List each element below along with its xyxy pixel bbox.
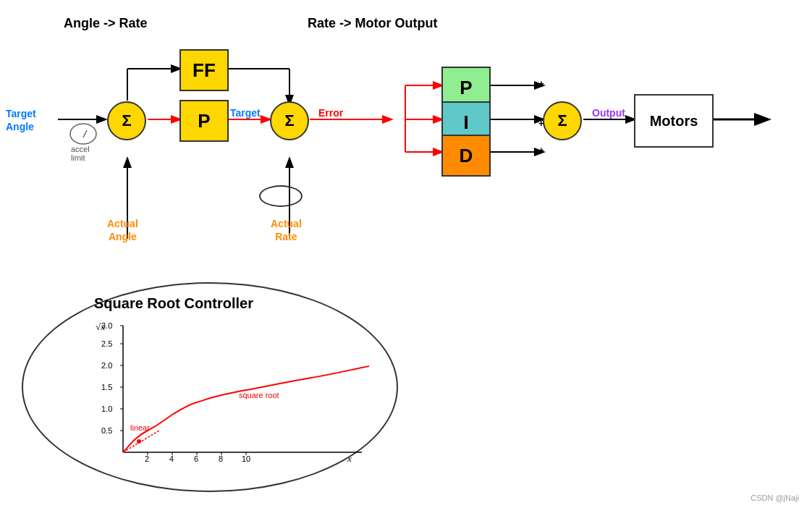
- p-label-1: P: [198, 110, 210, 132]
- plus-top: +: [538, 78, 544, 89]
- svg-point-20: [70, 124, 96, 144]
- sum-junction-1: Σ: [107, 101, 146, 140]
- i-label: I: [463, 111, 468, 134]
- actual-rate-label: ActualRate: [271, 217, 302, 243]
- d-label: D: [460, 145, 473, 167]
- svg-text:linear: linear: [130, 423, 150, 432]
- svg-line-21: [83, 130, 87, 137]
- p-label-2: P: [460, 77, 472, 99]
- svg-text:1.5: 1.5: [101, 383, 112, 391]
- sigma-2: Σ: [284, 111, 294, 130]
- square-root-chart: √x 0.5 1.0 1.5 2.0 2.5 3.0 2 4 6 8 10 x: [94, 318, 369, 478]
- target-label: Target: [230, 107, 261, 119]
- svg-text:0.5: 0.5: [101, 426, 112, 435]
- sum-junction-3: Σ: [543, 101, 582, 140]
- svg-text:1.0: 1.0: [101, 405, 112, 413]
- svg-text:2.0: 2.0: [101, 361, 112, 370]
- svg-text:6: 6: [194, 454, 198, 463]
- motors-block: Motors: [634, 94, 714, 148]
- sum-junction-2: Σ: [270, 101, 309, 140]
- svg-text:2.5: 2.5: [101, 339, 112, 348]
- error-label: Error: [318, 107, 343, 119]
- sigma-3: Σ: [557, 111, 567, 130]
- svg-point-49: [137, 439, 141, 444]
- svg-text:3.0: 3.0: [101, 321, 112, 330]
- svg-text:8: 8: [219, 454, 223, 463]
- angle-to-rate-title: Angle -> Rate: [64, 16, 148, 31]
- d-block: D: [441, 135, 491, 177]
- motors-label: Motors: [650, 113, 698, 130]
- watermark: CSDN @jNaji: [750, 494, 799, 502]
- target-angle-label: TargetAngle: [6, 107, 36, 133]
- svg-text:4: 4: [169, 454, 174, 463]
- p-block-1: P: [179, 100, 229, 142]
- plus-bot: +: [538, 145, 544, 156]
- rate-to-motor-title: Rate -> Motor Output: [308, 16, 437, 31]
- ff-label: FF: [193, 59, 216, 82]
- ff-block: FF: [179, 49, 229, 91]
- actual-angle-label: ActualAngle: [107, 217, 138, 243]
- sigma-1: Σ: [122, 111, 131, 130]
- plus-mid: +: [538, 118, 544, 129]
- output-label: Output: [592, 107, 625, 119]
- svg-text:square root: square root: [239, 391, 279, 399]
- svg-text:x: x: [347, 453, 352, 464]
- square-root-title: Square Root Controller: [94, 295, 253, 312]
- small-ellipse: [259, 185, 303, 207]
- svg-text:2: 2: [145, 454, 149, 463]
- accel-limit-label: accellimit: [71, 145, 90, 162]
- svg-text:10: 10: [242, 454, 250, 463]
